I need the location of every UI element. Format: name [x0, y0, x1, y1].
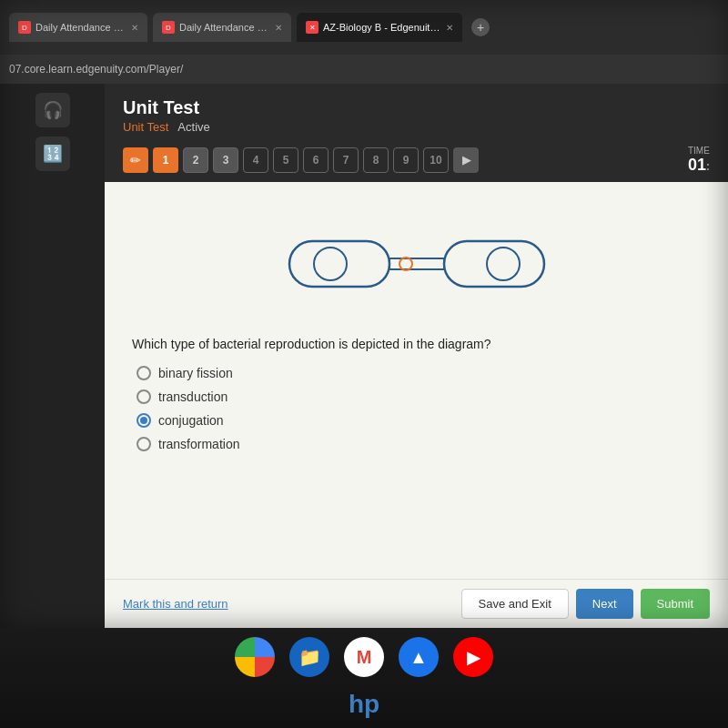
- question-btn-2[interactable]: 2: [183, 147, 208, 173]
- panel-header: Unit Test Unit Test Active: [105, 84, 728, 138]
- dock: 📁 M ▲ ▶: [235, 637, 493, 677]
- radio-transduction[interactable]: [136, 389, 151, 404]
- chrome-icon[interactable]: [235, 637, 275, 677]
- address-text: 07.core.learn.edgenuity.com/Player/: [9, 63, 183, 76]
- question-btn-9[interactable]: 9: [393, 147, 419, 173]
- tab-1-label: Daily Attendance - Heal: [35, 22, 126, 33]
- tab-3-label: AZ-Biology B - Edgenuity.com: [323, 22, 441, 33]
- timer-section: TIME 01:: [688, 146, 710, 175]
- option-conjugation[interactable]: conjugation: [136, 413, 701, 428]
- page-title: Unit Test: [123, 97, 710, 118]
- action-bar: Mark this and return Save and Exit Next …: [105, 579, 728, 628]
- question-panel: Unit Test Unit Test Active ✏ 1 2 3 4 5 6…: [105, 84, 728, 628]
- tab-1-close[interactable]: ✕: [131, 23, 138, 33]
- mark-return-link[interactable]: Mark this and return: [123, 597, 228, 611]
- next-button[interactable]: Next: [576, 589, 633, 619]
- timer-label: TIME: [688, 146, 710, 156]
- browser-chrome: D Daily Attendance - Heal ✕ D Daily Atte…: [0, 0, 728, 55]
- drive-icon[interactable]: ▲: [399, 637, 439, 677]
- edit-icon: ✏: [123, 147, 148, 173]
- question-btn-5[interactable]: 5: [273, 147, 298, 173]
- tab-3[interactable]: ✕ AZ-Biology B - Edgenuity.com ✕: [297, 13, 462, 42]
- option-binary-fission[interactable]: binary fission: [136, 366, 701, 380]
- radio-binary-fission[interactable]: [136, 366, 151, 380]
- tab-1-icon: D: [18, 21, 31, 34]
- submit-button[interactable]: Submit: [641, 589, 710, 619]
- answer-options: binary fission transduction conjugation …: [136, 366, 701, 451]
- svg-point-1: [314, 248, 347, 280]
- label-binary-fission: binary fission: [158, 366, 233, 380]
- sidebar: 🎧 🔢: [0, 84, 105, 628]
- files-icon[interactable]: 📁: [289, 637, 329, 677]
- tab-2-label: Daily Attendance - Heal: [179, 22, 270, 33]
- tab-3-close[interactable]: ✕: [446, 23, 453, 33]
- conjugation-diagram: [271, 218, 562, 309]
- hp-logo: hp: [349, 690, 379, 719]
- calculator-button[interactable]: 🔢: [35, 136, 70, 171]
- breadcrumb-status: Active: [177, 120, 209, 134]
- youtube-icon[interactable]: ▶: [453, 637, 493, 677]
- option-transformation[interactable]: transformation: [136, 437, 701, 451]
- tab-2[interactable]: D Daily Attendance - Heal ✕: [153, 13, 291, 42]
- tab-3-icon: ✕: [306, 21, 318, 34]
- question-btn-1[interactable]: 1: [153, 147, 178, 173]
- headphones-button[interactable]: 🎧: [35, 93, 70, 127]
- question-btn-6[interactable]: 6: [303, 147, 329, 173]
- question-text: Which type of bacterial reproduction is …: [132, 337, 701, 351]
- question-btn-4[interactable]: 4: [243, 147, 268, 173]
- address-bar: 07.core.learn.edgenuity.com/Player/: [0, 55, 728, 84]
- tab-2-icon: D: [162, 21, 175, 34]
- breadcrumb-active: Unit Test: [123, 120, 168, 134]
- option-transduction[interactable]: transduction: [136, 389, 701, 404]
- svg-point-3: [487, 248, 520, 280]
- taskbar: 📁 M ▲ ▶ hp: [0, 628, 728, 728]
- main-content: 🎧 🔢 Unit Test Unit Test Active ✏ 1 2 3 4…: [0, 84, 728, 628]
- question-btn-10[interactable]: 10: [423, 147, 449, 173]
- radio-transformation[interactable]: [136, 437, 151, 451]
- timer-value: 01:: [688, 156, 710, 175]
- question-btn-7[interactable]: 7: [333, 147, 359, 173]
- tab-2-close[interactable]: ✕: [275, 23, 282, 33]
- diagram-area: [132, 200, 701, 337]
- next-question-button[interactable]: ▶: [453, 147, 479, 173]
- question-btn-8[interactable]: 8: [363, 147, 389, 173]
- gmail-icon[interactable]: M: [344, 637, 384, 677]
- label-transformation: transformation: [158, 437, 239, 451]
- question-btn-3[interactable]: 3: [213, 147, 238, 173]
- tab-1[interactable]: D Daily Attendance - Heal ✕: [9, 13, 147, 42]
- save-exit-button[interactable]: Save and Exit: [461, 589, 569, 619]
- svg-rect-0: [289, 241, 389, 287]
- question-content: Which type of bacterial reproduction is …: [105, 182, 728, 579]
- breadcrumb: Unit Test Active: [123, 120, 710, 134]
- svg-point-5: [399, 258, 412, 270]
- svg-rect-4: [389, 258, 444, 269]
- action-buttons: Save and Exit Next Submit: [461, 589, 710, 619]
- label-transduction: transduction: [158, 389, 228, 404]
- new-tab-button[interactable]: +: [471, 18, 490, 36]
- svg-rect-2: [444, 241, 544, 287]
- radio-conjugation[interactable]: [136, 413, 151, 428]
- label-conjugation: conjugation: [158, 413, 224, 428]
- nav-bar: ✏ 1 2 3 4 5 6 7 8 9 10 ▶ TIME 01:: [105, 138, 728, 182]
